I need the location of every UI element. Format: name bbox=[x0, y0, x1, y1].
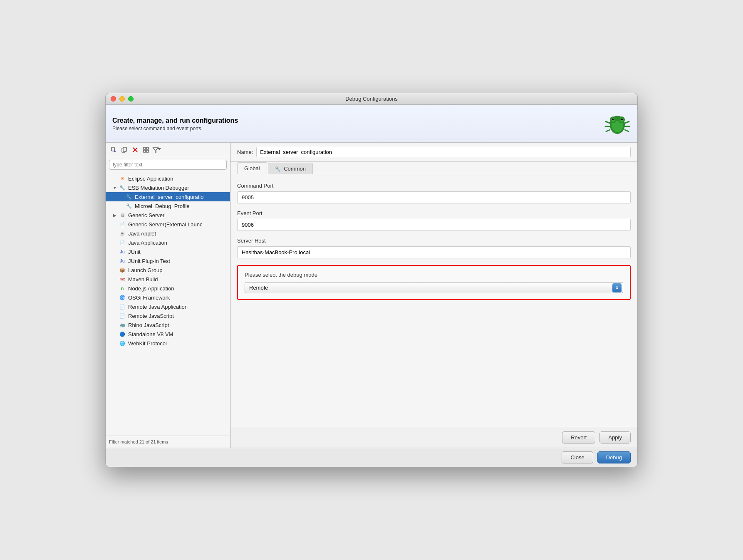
filter-input[interactable] bbox=[109, 160, 227, 170]
close-button[interactable] bbox=[111, 96, 116, 102]
generic-server-ext-icon: 📄 bbox=[119, 221, 126, 228]
tree-item-microei[interactable]: 🔧 Microei_Debug_Profile bbox=[106, 201, 230, 211]
server-host-label: Server Host bbox=[237, 238, 631, 244]
svg-line-11 bbox=[625, 121, 629, 123]
apply-button[interactable]: Apply bbox=[599, 431, 631, 444]
expand-arrow-generic: ▶ bbox=[112, 213, 117, 218]
name-label: Name: bbox=[237, 149, 253, 155]
delete-config-button[interactable] bbox=[131, 145, 140, 154]
tab-common-icon: 🔧 bbox=[275, 166, 281, 171]
header: Create, manage, and run configurations P… bbox=[106, 105, 637, 143]
tree-list: ☀ Eclipse Application ▼ 🔧 ESB Mediation … bbox=[106, 172, 230, 436]
left-panel: ☀ Eclipse Application ▼ 🔧 ESB Mediation … bbox=[106, 143, 230, 448]
nodejs-icon: n bbox=[119, 285, 126, 292]
header-text: Create, manage, and run configurations P… bbox=[112, 117, 238, 131]
server-host-group: Server Host bbox=[237, 238, 631, 258]
event-port-input[interactable] bbox=[237, 219, 631, 231]
rhino-icon: 🦏 bbox=[119, 322, 126, 328]
tree-item-rhino-js[interactable]: 🦏 Rhino JavaScript bbox=[106, 320, 230, 330]
expand-arrow-external bbox=[119, 194, 124, 199]
main-window: Debug Configurations Create, manage, and… bbox=[105, 93, 638, 467]
tree-item-webkit[interactable]: 🌐 WebKit Protocol bbox=[106, 339, 230, 348]
webkit-icon: 🌐 bbox=[119, 340, 126, 347]
bug-icon bbox=[604, 111, 631, 137]
debug-mode-wrapper: Remote Local Embedded ⬍ bbox=[245, 282, 623, 293]
generic-server-icon: 🖥 bbox=[119, 212, 126, 218]
close-dialog-button[interactable]: Close bbox=[562, 451, 593, 463]
svg-rect-15 bbox=[111, 147, 114, 151]
tree-item-standalone-v8[interactable]: 🔵 Standalone V8 VM bbox=[106, 330, 230, 339]
tab-global-label: Global bbox=[244, 165, 260, 171]
tree-item-maven[interactable]: m2 Maven Build bbox=[106, 275, 230, 284]
expand-arrow-generic-ext bbox=[112, 222, 117, 227]
tree-item-generic-server-ext[interactable]: 📄 Generic Server(External Launc bbox=[106, 220, 230, 229]
expand-arrow-esb: ▼ bbox=[112, 185, 117, 190]
tab-global[interactable]: Global bbox=[237, 162, 267, 174]
tree-item-esb[interactable]: ▼ 🔧 ESB Mediation Debugger bbox=[106, 183, 230, 192]
tabs: Global 🔧 Common bbox=[230, 162, 637, 174]
tree-item-external-server[interactable]: 🔧 External_server_configuratio bbox=[106, 192, 230, 201]
java-app-icon: 📄 bbox=[119, 239, 126, 246]
tree-item-label: External_server_configuratio bbox=[135, 194, 203, 200]
window-bottom-bar: Close Debug bbox=[106, 448, 637, 467]
debug-button[interactable]: Debug bbox=[597, 451, 631, 463]
svg-point-6 bbox=[612, 119, 614, 120]
remote-js-icon: 📄 bbox=[119, 312, 126, 319]
tab-common[interactable]: 🔧 Common bbox=[268, 163, 313, 174]
svg-line-8 bbox=[606, 121, 610, 123]
revert-button[interactable]: Revert bbox=[562, 431, 595, 444]
tree-item-java-app[interactable]: 📄 Java Application bbox=[106, 238, 230, 247]
tree-item-label: ESB Mediation Debugger bbox=[128, 185, 189, 191]
minimize-button[interactable] bbox=[119, 96, 125, 102]
collapse-button[interactable] bbox=[141, 145, 151, 154]
tree-item-label: WebKit Protocol bbox=[128, 340, 167, 347]
name-input[interactable] bbox=[256, 147, 631, 157]
svg-rect-25 bbox=[146, 150, 149, 152]
tree-item-java-applet[interactable]: ☕ Java Applet bbox=[106, 229, 230, 238]
tree-item-junit[interactable]: Ju JUnit bbox=[106, 247, 230, 256]
tree-item-label: Generic Server(External Launc bbox=[128, 221, 202, 228]
tree-item-label: Rhino JavaScript bbox=[128, 322, 169, 328]
tree-item-nodejs[interactable]: n Node.js Application bbox=[106, 284, 230, 293]
svg-rect-19 bbox=[123, 147, 126, 151]
tree-item-label: Node.js Application bbox=[128, 285, 174, 292]
copy-config-button[interactable] bbox=[120, 145, 129, 154]
esb-icon: 🔧 bbox=[119, 184, 126, 191]
eclipse-icon: ☀ bbox=[119, 175, 126, 182]
new-config-button[interactable] bbox=[109, 145, 118, 154]
svg-marker-27 bbox=[157, 148, 161, 150]
tree-item-remote-java[interactable]: 📄 Remote Java Application bbox=[106, 302, 230, 311]
expand-arrow-microei bbox=[119, 203, 124, 208]
tree-item-label: JUnit bbox=[128, 249, 141, 255]
right-panel: Name: Global 🔧 Common Command Port bbox=[230, 143, 637, 448]
main-area: ☀ Eclipse Application ▼ 🔧 ESB Mediation … bbox=[106, 143, 637, 448]
tree-item-label: Microei_Debug_Profile bbox=[135, 203, 190, 209]
filter-button[interactable] bbox=[152, 145, 161, 154]
launch-group-icon: 📦 bbox=[119, 267, 126, 273]
tree-item-launch-group[interactable]: 📦 Launch Group bbox=[106, 265, 230, 275]
tree-item-remote-js[interactable]: 📄 Remote JavaScript bbox=[106, 311, 230, 320]
tree-item-label: OSGi Framework bbox=[128, 295, 170, 301]
maven-icon: m2 bbox=[119, 276, 126, 282]
event-port-label: Event Port bbox=[237, 210, 631, 216]
command-port-input[interactable] bbox=[237, 191, 631, 203]
titlebar: Debug Configurations bbox=[106, 93, 637, 105]
name-row: Name: bbox=[230, 143, 637, 162]
svg-point-14 bbox=[614, 117, 621, 121]
event-port-group: Event Port bbox=[237, 210, 631, 231]
config-action-buttons: Revert Apply bbox=[230, 427, 637, 448]
server-host-input[interactable] bbox=[237, 246, 631, 258]
svg-rect-22 bbox=[144, 147, 146, 149]
tab-common-label: Common bbox=[284, 166, 306, 172]
tree-item-label: Standalone V8 VM bbox=[128, 331, 173, 337]
osgi-icon: 🌀 bbox=[119, 294, 126, 301]
maximize-button[interactable] bbox=[128, 96, 134, 102]
debug-mode-label: Please select the debug mode bbox=[245, 272, 623, 278]
tree-item-osgi[interactable]: 🌀 OSGi Framework bbox=[106, 293, 230, 302]
debug-mode-select[interactable]: Remote Local Embedded bbox=[245, 282, 623, 293]
tree-item-generic-server[interactable]: ▶ 🖥 Generic Server bbox=[106, 211, 230, 220]
tree-item-eclipse-app[interactable]: ☀ Eclipse Application bbox=[106, 174, 230, 183]
standalone-v8-icon: 🔵 bbox=[119, 331, 126, 337]
tree-item-junit-plugin[interactable]: Ju JUnit Plug-in Test bbox=[106, 256, 230, 265]
tree-item-label: Java Applet bbox=[128, 230, 156, 237]
